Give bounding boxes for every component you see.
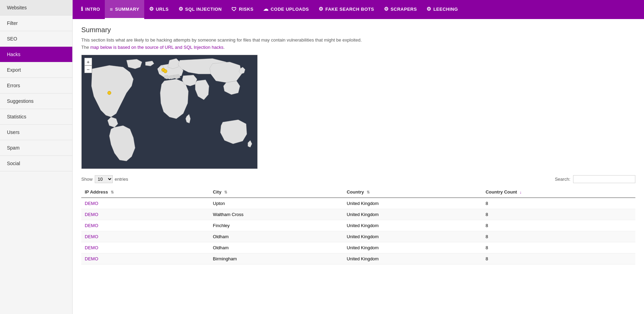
nav-item-scrapers[interactable]: ⚙SCRAPERS	[379, 0, 422, 19]
sidebar-item-statistics[interactable]: Statistics	[0, 109, 72, 125]
nav-icon-intro: ℹ	[81, 6, 83, 12]
cell-city-5: Birmingham	[210, 253, 343, 264]
table-controls: Show 10 25 50 100 entries Search:	[81, 175, 635, 183]
ip-link-5[interactable]: DEMO	[85, 256, 98, 261]
sidebar-item-errors[interactable]: Errors	[0, 78, 72, 93]
sidebar-item-social[interactable]: Social	[0, 156, 72, 171]
sidebar-item-export[interactable]: Export	[0, 62, 72, 78]
table-row: DEMOOldhamUnited Kingdom8	[81, 242, 635, 253]
col-count-label: Country Count	[486, 189, 517, 195]
sidebar: WebsitesFilterSEOHacksExportErrorsSugges…	[0, 0, 73, 314]
search-label: Search:	[555, 177, 570, 182]
nav-label-urls: URLS	[156, 7, 168, 12]
nav-item-fake-search-bots[interactable]: ⚙FAKE SEARCH BOTS	[314, 0, 379, 19]
main-area: ℹINTRO≡SUMMARY⚙URLS⚙SQL INJECTION🛡RISKS☁…	[73, 0, 644, 314]
ip-link-3[interactable]: DEMO	[85, 234, 98, 239]
nav-label-summary: SUMMARY	[115, 7, 139, 12]
nav-icon-code-uploads: ☁	[263, 6, 269, 12]
ip-link-0[interactable]: DEMO	[85, 201, 98, 206]
show-label: Show	[81, 177, 93, 182]
cell-country-5: United Kingdom	[343, 253, 482, 264]
table-row: DEMOWaltham CrossUnited Kingdom8	[81, 209, 635, 220]
nav-label-code-uploads: CODE UPLOADS	[270, 7, 309, 12]
cell-city-1: Waltham Cross	[210, 209, 343, 220]
col-count-sort-icon: ↓	[520, 190, 522, 194]
map-note-link[interactable]: map below is based on the source of URL …	[90, 45, 223, 50]
table-row: DEMOBirminghamUnited Kingdom8	[81, 253, 635, 264]
nav-item-leeching[interactable]: ⚙LEECHING	[422, 0, 463, 19]
sidebar-item-seo[interactable]: SEO	[0, 31, 72, 47]
cell-ip-2: DEMO	[81, 220, 210, 231]
nav-item-risks[interactable]: 🛡RISKS	[227, 0, 258, 19]
col-country-sort-icon: ⇅	[367, 190, 370, 194]
cell-ip-4: DEMO	[81, 242, 210, 253]
nav-icon-sql-injection: ⚙	[178, 6, 183, 12]
col-country[interactable]: Country ⇅	[343, 187, 482, 198]
table-row: DEMOOldhamUnited Kingdom8	[81, 231, 635, 242]
col-city[interactable]: City ⇅	[210, 187, 343, 198]
col-country-count[interactable]: Country Count ↓	[482, 187, 635, 198]
col-country-label: Country	[347, 189, 364, 195]
cell-city-2: Finchley	[210, 220, 343, 231]
sidebar-item-hacks[interactable]: Hacks	[0, 47, 72, 62]
cell-count-1: 8	[482, 209, 635, 220]
nav-item-sql-injection[interactable]: ⚙SQL INJECTION	[174, 0, 227, 19]
nav-label-risks: RISKS	[239, 7, 254, 12]
cell-count-3: 8	[482, 231, 635, 242]
zoom-in-button[interactable]: +	[84, 58, 92, 65]
ip-link-1[interactable]: DEMO	[85, 212, 98, 217]
map-marker-uk2	[164, 70, 167, 73]
cell-city-4: Oldham	[210, 242, 343, 253]
nav-icon-scrapers: ⚙	[384, 6, 389, 12]
nav-item-intro[interactable]: ℹINTRO	[76, 0, 105, 19]
table-row: DEMOUptonUnited Kingdom8	[81, 198, 635, 209]
nav-item-urls[interactable]: ⚙URLS	[144, 0, 174, 19]
col-ip-sort-icon: ⇅	[111, 190, 114, 194]
table-body: DEMOUptonUnited Kingdom8DEMOWaltham Cros…	[81, 198, 635, 264]
entries-select[interactable]: 10 25 50 100	[95, 175, 113, 183]
nav-icon-summary: ≡	[110, 6, 113, 12]
cell-country-0: United Kingdom	[343, 198, 482, 209]
show-entries: Show 10 25 50 100 entries	[81, 175, 128, 183]
zoom-out-button[interactable]: −	[84, 65, 92, 73]
world-map-svg	[82, 55, 257, 169]
cell-ip-3: DEMO	[81, 231, 210, 242]
cell-ip-1: DEMO	[81, 209, 210, 220]
nav-icon-urls: ⚙	[149, 6, 154, 12]
cell-country-1: United Kingdom	[343, 209, 482, 220]
sidebar-item-websites[interactable]: Websites	[0, 0, 72, 16]
nav-icon-risks: 🛡	[231, 6, 237, 12]
cell-count-4: 8	[482, 242, 635, 253]
top-navigation: ℹINTRO≡SUMMARY⚙URLS⚙SQL INJECTION🛡RISKS☁…	[73, 0, 644, 19]
map-marker-us	[108, 91, 111, 95]
cell-count-0: 8	[482, 198, 635, 209]
cell-country-3: United Kingdom	[343, 231, 482, 242]
cell-city-3: Oldham	[210, 231, 343, 242]
col-ip-address[interactable]: IP Address ⇅	[81, 187, 210, 198]
sidebar-item-spam[interactable]: Spam	[0, 140, 72, 156]
map-note: The map below is based on the source of …	[81, 45, 635, 50]
table-header: IP Address ⇅ City ⇅ Country ⇅ Country Co…	[81, 187, 635, 198]
sidebar-item-filter[interactable]: Filter	[0, 16, 72, 31]
nav-label-scrapers: SCRAPERS	[390, 7, 417, 12]
ip-link-2[interactable]: DEMO	[85, 223, 98, 228]
nav-label-intro: INTRO	[85, 7, 100, 12]
ip-link-4[interactable]: DEMO	[85, 245, 98, 250]
cell-country-4: United Kingdom	[343, 242, 482, 253]
search-input[interactable]	[573, 175, 635, 183]
sidebar-item-users[interactable]: Users	[0, 125, 72, 140]
cell-ip-5: DEMO	[81, 253, 210, 264]
col-city-sort-icon: ⇅	[224, 190, 227, 194]
nav-item-summary[interactable]: ≡SUMMARY	[105, 0, 144, 19]
content-area: Summary This section lists what are like…	[73, 19, 644, 314]
entries-label: entries	[115, 177, 128, 182]
cell-count-2: 8	[482, 220, 635, 231]
page-title: Summary	[81, 26, 635, 34]
nav-item-code-uploads[interactable]: ☁CODE UPLOADS	[258, 0, 314, 19]
cell-city-0: Upton	[210, 198, 343, 209]
nav-label-leeching: LEECHING	[433, 7, 458, 12]
nav-label-sql-injection: SQL INJECTION	[185, 7, 222, 12]
sidebar-item-suggestions[interactable]: Suggestions	[0, 93, 72, 109]
col-ip-label: IP Address	[85, 189, 108, 195]
cell-country-2: United Kingdom	[343, 220, 482, 231]
